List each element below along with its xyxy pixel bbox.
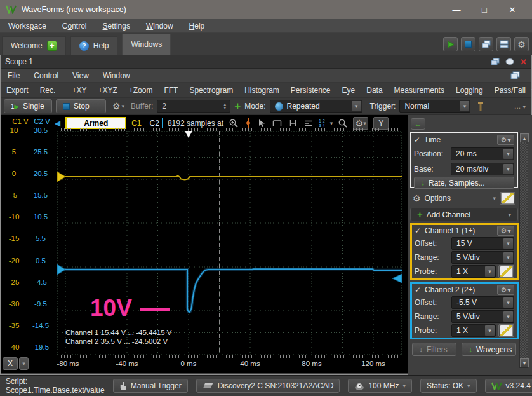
buffer-spinner[interactable]: 2 ▴▾ [157,100,230,113]
panel-scrollbar[interactable]: ▴ ▾ [519,133,528,368]
scope-menu-file[interactable]: File [8,71,20,80]
tab-help[interactable]: ? Help [70,36,118,55]
scope-menu-view[interactable]: View [72,71,89,80]
device-icon [203,382,214,390]
toolbar-measurements[interactable]: Measurements [389,86,450,95]
menu-control[interactable]: Control [62,22,87,31]
channel1-range-dropdown[interactable]: 5 V/div▾ [451,251,514,264]
x-cursor-icon[interactable] [272,119,283,128]
options-label[interactable]: Options [425,194,451,203]
menu-help[interactable]: Help [189,22,205,31]
menu-window[interactable]: Window [146,22,173,31]
channel2-probe-dropdown[interactable]: 1 X▾ [451,324,496,337]
channel1-check-icon[interactable]: ✓ [415,226,421,235]
plot-canvas[interactable]: 10V Channel 1 15.44 V ... -45.4415 V Cha… [57,131,402,355]
chevron-down-icon[interactable]: ▾ [330,120,333,126]
filters-button[interactable]: ↓Filters [412,343,456,356]
position-dropdown[interactable]: 20 ms▾ [451,147,514,160]
scope-menu-window[interactable]: Window [103,71,130,80]
channel2-edit-button[interactable] [498,324,514,337]
maximize-icon[interactable]: □ [470,0,498,19]
run-all-button[interactable] [443,37,458,51]
toolbar-persistence[interactable]: Persistence [285,86,336,95]
stop-button[interactable]: Stop [56,99,106,113]
close-scope-icon[interactable]: ✕ [520,57,527,67]
zoom-in-icon[interactable] [229,118,239,128]
wavegens-button[interactable]: ↓Wavegens [462,343,516,356]
trigger-dropdown[interactable]: Normal ▾ [399,100,470,113]
levels-icon[interactable] [303,119,314,128]
manual-trigger-button[interactable]: Manual Trigger [113,379,188,393]
device-button[interactable]: Discovery2 C SN:210321A2ACAD [196,379,340,393]
chevron-down-icon[interactable]: ▾ [122,103,125,109]
acquisition-gear-icon[interactable]: ⚙ [112,102,121,111]
workspace-options-button[interactable]: ⚙ [514,37,529,51]
cascade-windows-button[interactable] [479,37,493,51]
scroll-down-icon[interactable]: ▾ [520,358,529,367]
x-axis-menu-button[interactable]: ▾ [19,357,29,370]
trigger-marker-icon[interactable] [244,118,253,128]
status-button[interactable]: Status: OK ▾ [420,379,477,393]
toolbar-eye[interactable]: Eye [336,86,361,95]
stop-all-button[interactable] [461,37,475,51]
window-icon[interactable] [510,71,521,79]
minimize-icon[interactable]: — [442,0,470,19]
main-titlebar: WaveForms (new workspace) — □ ✕ [0,0,532,19]
collapse-left-icon[interactable]: ◀ [55,119,60,128]
minimize-window-icon[interactable] [505,58,515,65]
add-instrument-icon[interactable]: + [47,41,57,51]
scope-menu-control[interactable]: Control [34,71,58,80]
cursor-icon[interactable] [258,119,267,128]
menu-settings[interactable]: Settings [103,22,130,31]
time-settings-button[interactable]: ⚙▾ [497,135,514,145]
time-check-icon[interactable]: ✓ [414,135,420,144]
toolbar-fft[interactable]: FFT [158,86,183,95]
toolbar-export[interactable]: Export [1,86,34,95]
channel1-settings-button[interactable]: ⚙▾ [497,226,514,236]
x-axis-button[interactable]: X [3,357,18,370]
menu-workspace[interactable]: Workspace [8,22,46,31]
trigger-more-menu[interactable]: ... ▾ [514,102,526,111]
c1-indicator[interactable]: C1 [131,119,141,128]
toolbar-histogram[interactable]: Histogram [239,86,285,95]
channel1-offset-dropdown[interactable]: 15 V▾ [451,237,514,250]
toolbar-spectrogram[interactable]: Spectrogram [183,86,239,95]
chevron-down-icon[interactable]: ▾ [493,195,496,201]
channel2-settings-button[interactable]: ⚙▾ [497,285,514,295]
mode-dropdown[interactable]: Repeated ▾ [270,100,362,113]
base-dropdown[interactable]: 20 ms/div▾ [451,163,514,175]
add-channel-button[interactable]: + Add Channel ▾ [410,208,518,221]
spin-down-icon[interactable]: ▾ [223,106,226,110]
toolbar-xyz[interactable]: +XYZ [92,86,123,95]
close-icon[interactable]: ✕ [498,0,526,19]
zoom-icon[interactable] [338,118,348,128]
toolbar-zoom[interactable]: +Zoom [123,86,159,95]
collapse-panel-button[interactable]: ← [411,118,425,130]
add-buffer-icon[interactable]: + [234,100,241,113]
tab-welcome[interactable]: Welcome + [2,36,66,55]
channel1-edit-button[interactable] [498,265,514,278]
tile-windows-button[interactable] [496,37,511,51]
quad-view-icon[interactable]: 1 23 4 [319,119,325,128]
channel2-check-icon[interactable]: ✓ [415,285,421,294]
channel1-probe-dropdown[interactable]: 1 X▾ [451,265,496,278]
channel2-offset-dropdown[interactable]: -5.5 V▾ [451,296,514,309]
toolbar-logging[interactable]: Logging [450,86,489,95]
manual-trigger-icon[interactable] [477,101,484,111]
rate-samples-button[interactable]: ↓Rate, Samples... [414,177,514,189]
frequency-button[interactable]: 100 MHz ▾ [348,379,412,393]
restore-icon[interactable] [491,58,500,65]
version-button[interactable]: v3.24.4 [485,379,532,393]
c2-indicator[interactable]: C2 [147,118,163,128]
single-button[interactable]: 1▶ Single [4,99,52,113]
toolbar-data[interactable]: Data [361,86,388,95]
y-cursor-icon[interactable] [288,119,298,128]
options-edit-button[interactable] [500,192,515,205]
scope-titlebar[interactable]: Scope 1 ✕ [1,55,531,69]
toolbar-passfail[interactable]: Pass/Fail [489,86,531,95]
toolbar-rec[interactable]: Rec. [34,86,62,95]
channel2-range-dropdown[interactable]: 5 V/div▾ [451,310,514,323]
toolbar-xy[interactable]: +XY [66,86,92,95]
tab-windows[interactable]: Windows [122,34,171,55]
scroll-up-icon[interactable]: ▴ [520,133,529,142]
